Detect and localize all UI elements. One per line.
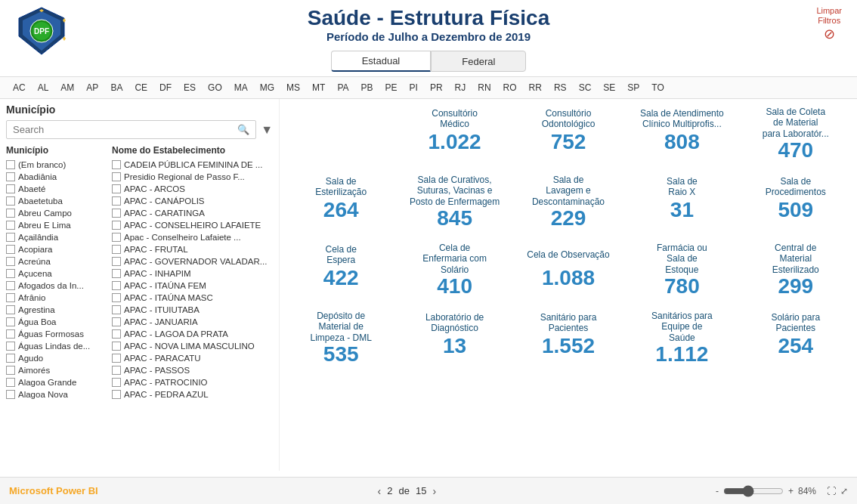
checkbox[interactable] <box>6 329 15 339</box>
checkbox[interactable] <box>6 269 15 278</box>
checkbox[interactable] <box>112 269 121 278</box>
state-tab-rn[interactable]: RN <box>472 80 496 95</box>
list-item[interactable]: APAC - INHAPIM <box>112 267 271 280</box>
checkbox[interactable] <box>6 209 15 218</box>
checkbox[interactable] <box>112 317 121 326</box>
list-item[interactable]: Afogados da In... <box>6 280 112 292</box>
federal-toggle[interactable]: Federal <box>431 51 526 72</box>
list-item[interactable]: Abaetetuba <box>6 195 112 207</box>
checkbox[interactable] <box>6 281 15 290</box>
checkbox[interactable] <box>112 329 121 339</box>
checkbox[interactable] <box>112 172 121 181</box>
list-item[interactable]: APAC - GOVERNADOR VALADAR... <box>112 255 271 267</box>
checkbox[interactable] <box>6 378 15 387</box>
list-item[interactable]: Alagoa Grande <box>6 376 112 388</box>
state-tab-pi[interactable]: PI <box>404 80 423 95</box>
checkbox[interactable] <box>112 378 121 387</box>
list-item[interactable]: APAC - PARACATU <box>112 352 271 364</box>
list-item[interactable]: Apac - Conselheiro Lafaiete ... <box>112 231 271 243</box>
list-item[interactable]: Abreu Campo <box>6 207 112 219</box>
state-tab-al[interactable]: AL <box>32 80 54 95</box>
estadual-toggle[interactable]: Estadual <box>331 51 432 72</box>
state-tab-ba[interactable]: BA <box>105 80 128 95</box>
checkbox[interactable] <box>6 221 15 230</box>
list-item[interactable]: Afrânio <box>6 292 112 304</box>
state-tab-rs[interactable]: RS <box>549 80 572 95</box>
checkbox[interactable] <box>6 342 15 351</box>
checkbox[interactable] <box>112 305 121 314</box>
state-tab-ap[interactable]: AP <box>81 80 104 95</box>
state-tab-ac[interactable]: AC <box>8 80 31 95</box>
list-item[interactable]: Abadiânia <box>6 171 112 183</box>
zoom-minus[interactable]: - <box>716 486 719 496</box>
state-tab-pa[interactable]: PA <box>332 80 354 95</box>
list-item[interactable]: Abaeté <box>6 183 112 195</box>
checkbox[interactable] <box>112 196 121 206</box>
fullscreen-icon[interactable]: ⛶ <box>827 486 836 496</box>
list-item[interactable]: Águas Formosas <box>6 328 112 340</box>
list-item[interactable]: APAC - PASSOS <box>112 364 271 376</box>
checkbox[interactable] <box>112 293 121 302</box>
checkbox[interactable] <box>6 160 15 169</box>
list-item[interactable]: Alagoa Nova <box>6 388 112 400</box>
list-item[interactable]: APAC - ITUIUTABA <box>112 304 271 316</box>
checkbox[interactable] <box>6 293 15 302</box>
search-box[interactable]: 🔍 <box>6 120 256 139</box>
state-tab-mt[interactable]: MT <box>307 80 330 95</box>
state-tab-ms[interactable]: MS <box>281 80 305 95</box>
checkbox[interactable] <box>6 366 15 375</box>
checkbox[interactable] <box>112 366 121 375</box>
zoom-plus[interactable]: + <box>788 486 794 496</box>
list-item[interactable]: APAC - LAGOA DA PRATA <box>112 328 271 340</box>
checkbox[interactable] <box>6 257 15 266</box>
checkbox[interactable] <box>6 172 15 181</box>
state-tab-sc[interactable]: SC <box>574 80 597 95</box>
checkbox[interactable] <box>112 160 121 169</box>
state-tab-am[interactable]: AM <box>55 80 79 95</box>
checkbox[interactable] <box>112 390 121 399</box>
search-input[interactable] <box>13 124 237 135</box>
state-tab-ro[interactable]: RO <box>498 80 522 95</box>
state-tab-ma[interactable]: MA <box>229 80 253 95</box>
list-item[interactable]: Acreúna <box>6 255 112 267</box>
checkbox[interactable] <box>112 245 121 254</box>
list-item[interactable]: Agudo <box>6 352 112 364</box>
state-tab-pe[interactable]: PE <box>380 80 403 95</box>
checkbox[interactable] <box>6 196 15 206</box>
list-item[interactable]: Presidio Regional de Passo F... <box>112 171 271 183</box>
checkbox[interactable] <box>112 209 121 218</box>
list-item[interactable]: APAC - CANÁPOLIS <box>112 195 271 207</box>
list-item[interactable]: APAC - ITAÚNA FEM <box>112 280 271 292</box>
list-item[interactable]: APAC - FRUTAL <box>112 243 271 255</box>
list-item[interactable]: APAC - PEDRA AZUL <box>112 388 271 400</box>
checkbox[interactable] <box>112 184 121 193</box>
state-tab-mg[interactable]: MG <box>255 80 280 95</box>
state-tab-pb[interactable]: PB <box>356 80 379 95</box>
list-item[interactable]: CADEIA PÚBLICA FEMININA DE ... <box>112 159 271 171</box>
list-item[interactable]: Aimorés <box>6 364 112 376</box>
list-item[interactable]: APAC - ITAÚNA MASC <box>112 292 271 304</box>
list-item[interactable]: Acopiara <box>6 243 112 255</box>
list-item[interactable]: APAC - CARATINGA <box>112 207 271 219</box>
checkbox[interactable] <box>6 233 15 242</box>
checkbox[interactable] <box>6 354 15 363</box>
clear-filters-button[interactable]: LimparFiltros ⊘ <box>816 6 842 42</box>
state-tab-ce[interactable]: CE <box>129 80 153 95</box>
state-tab-rr[interactable]: RR <box>524 80 547 95</box>
list-item[interactable]: APAC - JANUARIA <box>112 316 271 328</box>
state-tab-sp[interactable]: SP <box>622 80 645 95</box>
next-page-button[interactable]: › <box>432 485 436 497</box>
list-item[interactable]: Águas Lindas de... <box>6 340 112 352</box>
state-tab-rj[interactable]: RJ <box>450 80 472 95</box>
checkbox[interactable] <box>112 342 121 351</box>
list-item[interactable]: APAC - CONSELHEIRO LAFAIETE <box>112 219 271 231</box>
checkbox[interactable] <box>112 221 121 230</box>
state-tab-df[interactable]: DF <box>154 80 177 95</box>
list-item[interactable]: Abreu E Lima <box>6 219 112 231</box>
checkbox[interactable] <box>112 233 121 242</box>
checkbox[interactable] <box>6 305 15 314</box>
list-item[interactable]: Água Boa <box>6 316 112 328</box>
state-tab-se[interactable]: SE <box>598 80 620 95</box>
list-item[interactable]: Açucena <box>6 267 112 280</box>
list-item[interactable]: APAC - PATROCINIO <box>112 376 271 388</box>
